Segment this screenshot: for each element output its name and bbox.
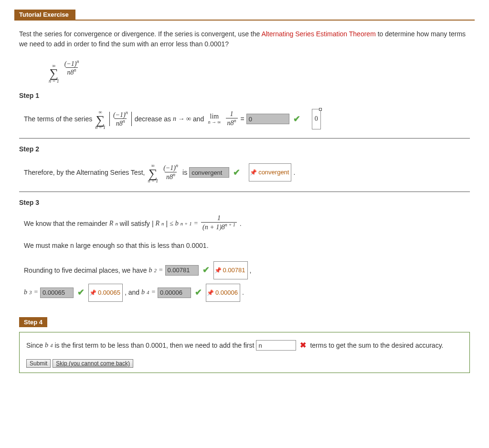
- b3-answer-input[interactable]: [40, 288, 74, 298]
- leq: ≤: [170, 215, 173, 232]
- pin-icon: 📌: [250, 169, 256, 176]
- step4-box: Since b4 is the first term to be less th…: [19, 332, 470, 373]
- equals: =: [241, 110, 244, 128]
- step1-text1: The terms of the series: [24, 110, 92, 128]
- step1-text2: decrease as: [135, 110, 171, 128]
- pin-icon: 📌: [207, 289, 213, 296]
- den: n8: [67, 69, 74, 76]
- den-exp: n: [74, 67, 76, 73]
- sigma-icon: ∑: [50, 68, 59, 79]
- b2-tooltip[interactable]: 📌0.00781: [213, 261, 248, 279]
- step2-dot: .: [293, 164, 295, 181]
- step2-text2: is: [182, 164, 187, 181]
- num: (−1): [64, 60, 77, 67]
- b3-tooltip[interactable]: 📌0.00065: [88, 284, 123, 302]
- step3-text2: We must make n large enough so that this…: [24, 237, 470, 254]
- step2-label: Step 2: [19, 145, 470, 153]
- pin-icon: 📌: [89, 289, 96, 296]
- sigma-icon: ∑: [96, 115, 105, 126]
- sum-lower: n = 1: [49, 79, 59, 84]
- b2-answer-input[interactable]: [165, 265, 199, 276]
- lim-label: lim: [210, 113, 219, 120]
- step2-text1: Therefore, by the Alternating Series Tes…: [24, 164, 145, 181]
- lim-den: n8: [227, 119, 234, 126]
- step1-content: The terms of the series ∞ ∑ n = 1 (−1)n …: [24, 108, 470, 130]
- step4-text1: Since: [26, 339, 43, 352]
- n-to-inf: n → ∞: [173, 110, 191, 128]
- sigma-icon: ∑: [149, 168, 158, 179]
- b4-tooltip[interactable]: 📌0.00006: [206, 284, 240, 302]
- s1-num: (−1): [113, 111, 126, 118]
- theorem-link[interactable]: Alternating Series Estimation Theorem: [261, 30, 375, 38]
- step4-answer-input[interactable]: [256, 340, 296, 351]
- check-icon: ✔: [293, 108, 300, 130]
- step3-text1a: We know that the remainder: [24, 215, 107, 232]
- divider: [19, 138, 470, 139]
- divider: [19, 192, 470, 192]
- series-expression: ∞ ∑ n = 1 (−1)n n8n: [48, 60, 470, 82]
- step3-label: Step 3: [19, 199, 470, 206]
- tutorial-title: Tutorial Exercise: [14, 10, 75, 20]
- tutorial-header: Tutorial Exercise: [14, 10, 475, 21]
- step2-answer-input[interactable]: [189, 167, 229, 178]
- step1-answer-input[interactable]: [246, 114, 289, 124]
- step1-text3: and: [193, 110, 204, 128]
- wrong-icon: ✖: [300, 338, 306, 352]
- step2-content: Therefore, by the Alternating Series Tes…: [24, 161, 470, 184]
- exercise-prompt: Test the series for convergence or diver…: [19, 29, 470, 49]
- submit-button[interactable]: Submit: [26, 359, 51, 368]
- dot: .: [242, 284, 244, 301]
- step2-tooltip[interactable]: 📌 convergent: [249, 163, 291, 181]
- check-icon: ✔: [202, 259, 210, 281]
- step3-text3: Rounding to five decimal places, we have: [24, 262, 147, 279]
- step4-text3: terms to get the sum to the desired accu…: [310, 339, 443, 352]
- skip-button[interactable]: Skip (you cannot come back): [53, 359, 133, 368]
- b4-answer-input[interactable]: [158, 288, 191, 298]
- check-icon: ✔: [233, 161, 240, 184]
- and-text: , and: [125, 284, 139, 301]
- comma: ,: [250, 262, 252, 279]
- step1-label: Step 1: [19, 92, 470, 99]
- lim-sub: n → ∞: [208, 120, 221, 125]
- step4-text2: is the first term to be less than 0.0001…: [54, 339, 254, 352]
- step3-content: We know that the remainder Rn will satis…: [24, 215, 470, 304]
- step3-text1b: will satisfy: [120, 215, 150, 232]
- prompt-text-a: Test the series for convergence or diver…: [19, 30, 261, 38]
- step4-label: Step 4: [19, 317, 47, 327]
- step1-tooltip[interactable]: 0: [312, 109, 321, 129]
- s1-den: n8: [116, 120, 123, 127]
- content-area: Test the series for convergence or diver…: [14, 25, 475, 377]
- num-exp: n: [76, 59, 79, 64]
- lim-num: 1: [229, 111, 235, 118]
- s1-sum-lower: n = 1: [95, 126, 106, 130]
- pin-icon: 📌: [214, 267, 221, 274]
- check-icon: ✔: [77, 281, 85, 304]
- check-icon: ✔: [195, 281, 202, 304]
